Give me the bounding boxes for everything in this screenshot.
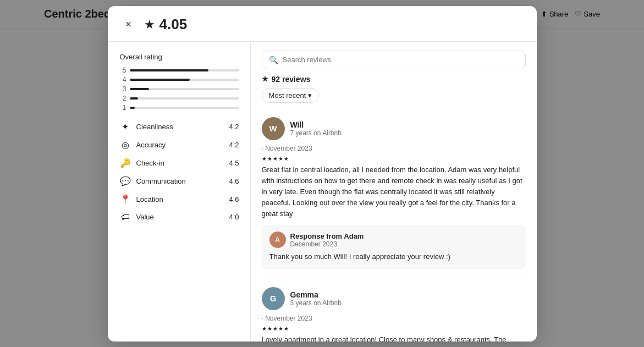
bar-label: 1 (120, 104, 126, 112)
bar-track (130, 107, 239, 109)
reviews-modal: × ★ 4.05 Overall rating 5 4 (108, 6, 537, 342)
star-icon: ★ (144, 18, 155, 32)
review-item: G Gemma 3 years on Airbnb · November 202… (262, 278, 526, 342)
close-icon: × (125, 19, 131, 30)
search-bar: 🔍 (262, 51, 526, 69)
modal-body: Overall rating 5 4 3 2 1 (108, 42, 537, 342)
category-score: 4.2 (229, 141, 239, 149)
bar-label: 2 (120, 95, 126, 102)
response-avatar: A (269, 232, 286, 248)
category-icon: 📍 (120, 194, 131, 205)
category-left: 📍 Location (120, 194, 163, 205)
category-item: 🏷 Value 4.0 (120, 212, 239, 222)
bar-row: 4 (120, 76, 239, 84)
category-icon: ✦ (120, 122, 131, 132)
review-item: W Will 7 years on Airbnb · November 2023… (262, 108, 526, 278)
category-name: Check-in (136, 159, 164, 167)
rating-hero: ★ 4.05 (144, 16, 188, 33)
bar-track (130, 97, 239, 100)
overall-rating-label: Overall rating (120, 53, 239, 61)
category-score: 4.5 (229, 159, 239, 167)
close-button[interactable]: × (120, 16, 137, 34)
sort-label: Most recent (269, 91, 306, 100)
response-header: A Response from Adam December 2023 (269, 232, 518, 248)
left-panel: Overall rating 5 4 3 2 1 (108, 42, 251, 342)
category-item: ✦ Cleanliness 4.2 (120, 122, 239, 132)
sort-select[interactable]: Most recent ▾ (262, 88, 320, 103)
category-name: Accuracy (136, 141, 166, 149)
reviewer-avatar: G (262, 287, 285, 310)
category-name: Location (136, 195, 163, 203)
reviewer-header: W Will 7 years on Airbnb (262, 117, 526, 140)
reviewer-header: G Gemma 3 years on Airbnb (262, 287, 526, 310)
reviews-count: 92 reviews (272, 75, 311, 84)
response-meta: Response from Adam December 2023 (290, 232, 364, 248)
response-name: Response from Adam (290, 232, 364, 240)
bar-chart: 5 4 3 2 1 (120, 67, 239, 112)
category-left: 💬 Communication (120, 176, 186, 186)
review-text: Lovely apartment in a great location! Cl… (262, 334, 526, 342)
bar-fill (130, 107, 135, 109)
reviewer-info: Gemma 3 years on Airbnb (290, 290, 342, 307)
reviewer-meta: 7 years on Airbnb (290, 129, 342, 137)
modal-header: × ★ 4.05 (108, 6, 537, 42)
reviewer-info: Will 7 years on Airbnb (290, 120, 342, 137)
bar-track (130, 88, 239, 90)
review-stars: ★★★★★ (262, 326, 526, 332)
category-item: ◎ Accuracy 4.2 (120, 140, 239, 150)
bar-label: 5 (120, 67, 126, 74)
bar-fill (130, 97, 139, 100)
category-icon: 🔑 (120, 158, 131, 168)
sort-row: Most recent ▾ (251, 88, 537, 108)
category-score: 4.2 (229, 123, 239, 131)
response-box: A Response from Adam December 2023 Thank… (262, 225, 526, 269)
review-text: Great flat in central location, all I ne… (262, 164, 526, 220)
category-icon: 🏷 (120, 212, 131, 222)
response-text: Thank you so much Will! I really appreci… (269, 251, 518, 262)
category-name: Value (136, 213, 154, 221)
reviewer-avatar: W (262, 117, 285, 140)
bar-fill (130, 69, 208, 71)
reviewer-name: Will (290, 120, 342, 129)
category-icon: ◎ (120, 140, 131, 150)
search-icon: 🔍 (269, 56, 278, 64)
review-date: · November 2023 (262, 145, 526, 152)
response-date: December 2023 (290, 240, 364, 248)
category-score: 4.6 (229, 177, 239, 185)
category-list: ✦ Cleanliness 4.2 ◎ Accuracy 4.2 🔑 Check… (120, 122, 239, 222)
category-left: 🔑 Check-in (120, 158, 164, 168)
category-name: Cleanliness (136, 123, 173, 131)
category-left: ✦ Cleanliness (120, 122, 173, 132)
reviewer-meta: 3 years on Airbnb (290, 299, 342, 307)
category-icon: 💬 (120, 176, 131, 186)
right-panel: 🔍 ★ 92 reviews Most recent ▾ (251, 42, 537, 342)
review-date: · November 2023 (262, 315, 526, 322)
bar-label: 3 (120, 85, 126, 93)
bar-row: 1 (120, 104, 239, 112)
reviews-meta: ★ 92 reviews (251, 75, 537, 88)
overall-rating: 4.05 (159, 16, 188, 33)
chevron-down-icon: ▾ (308, 91, 312, 100)
bar-label: 4 (120, 76, 126, 84)
category-item: 💬 Communication 4.6 (120, 176, 239, 186)
category-name: Communication (136, 177, 186, 185)
category-item: 🔑 Check-in 4.5 (120, 158, 239, 168)
category-item: 📍 Location 4.6 (120, 194, 239, 205)
modal-overlay[interactable]: × ★ 4.05 Overall rating 5 4 (0, 0, 644, 347)
category-left: ◎ Accuracy (120, 140, 166, 150)
reviews-list: W Will 7 years on Airbnb · November 2023… (251, 108, 537, 342)
review-stars: ★★★★★ (262, 156, 526, 162)
search-bar-wrap: 🔍 (251, 42, 537, 75)
search-input[interactable] (283, 56, 519, 64)
reviewer-name: Gemma (290, 290, 342, 299)
category-score: 4.0 (229, 213, 239, 221)
bar-row: 2 (120, 95, 239, 102)
category-left: 🏷 Value (120, 212, 154, 222)
reviews-star-icon: ★ (262, 75, 268, 83)
background-page: Centric 2bedroom apart in Las Ramblas ⬆ … (0, 0, 644, 347)
bar-row: 5 (120, 67, 239, 74)
bar-fill (130, 79, 190, 81)
bar-row: 3 (120, 85, 239, 93)
category-score: 4.6 (229, 195, 239, 203)
bar-track (130, 79, 239, 81)
